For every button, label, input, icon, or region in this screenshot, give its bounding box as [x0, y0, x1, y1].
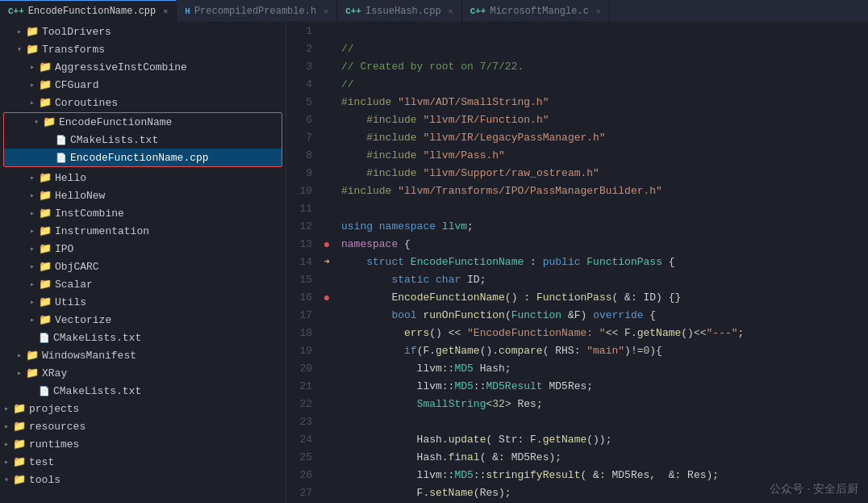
tab-bar: C++ EncodeFunctionName.cpp ✕ H Precompil…: [0, 0, 868, 23]
code-text: // // Created by root on 7/7/22. // #inc…: [335, 23, 868, 503]
tree-item-objcarc[interactable]: 📁 ObjCARC: [0, 258, 286, 275]
folder-icon: 📁: [13, 455, 26, 468]
label-cfguard: CFGuard: [55, 79, 99, 91]
arrow-aggressive: [26, 62, 39, 72]
arrow-transforms: [13, 44, 26, 54]
tree-item-hello[interactable]: 📁 Hello: [0, 169, 286, 187]
label-objcarc: ObjCARC: [55, 261, 99, 273]
folder-icon: 📁: [39, 313, 52, 326]
tree-item-transforms[interactable]: 📁 Transforms: [0, 40, 286, 58]
tree-item-utils[interactable]: 📁 Utils: [0, 293, 286, 311]
tree-item-cmakelists-txt[interactable]: 📄 CMakeLists.txt: [4, 131, 282, 149]
tree-item-tooldrivers[interactable]: 📁 ToolDrivers: [0, 23, 286, 40]
tree-item-cmakelists-transforms[interactable]: 📄 CMakeLists.txt: [0, 329, 286, 346]
arrow-resources: [0, 421, 13, 431]
label-projects: projects: [29, 403, 79, 415]
tree-item-ipo[interactable]: 📁 IPO: [0, 240, 286, 258]
arrow-test: [0, 457, 13, 467]
folder-icon: 📁: [39, 224, 52, 237]
tree-item-scalar[interactable]: 📁 Scalar: [0, 275, 286, 293]
label-utils: Utils: [55, 296, 86, 308]
file-tree-sidebar[interactable]: 📁 ToolDrivers 📁 Transforms 📁 AggressiveI…: [0, 23, 286, 503]
tree-item-resources[interactable]: 📁 resources: [0, 417, 286, 435]
tab-issue-hash-cpp[interactable]: C++ IssueHash.cpp ✕: [337, 0, 461, 22]
tree-item-encodefunctionname-cpp[interactable]: 📄 EncodeFunctionName.cpp: [4, 149, 282, 166]
tab-label-1: EncodeFunctionName.cpp: [28, 6, 156, 17]
tab-close-2[interactable]: ✕: [323, 6, 328, 16]
arrow-instrumentation: [26, 226, 39, 236]
label-instcombine: InstCombine: [55, 207, 124, 220]
cpp-icon-2: C++: [345, 6, 361, 16]
arrow-instcombine: [26, 208, 39, 218]
label-resources: resources: [29, 421, 86, 433]
folder-icon: 📁: [39, 242, 52, 255]
label-xray: XRay: [42, 367, 67, 379]
label-ipo: IPO: [55, 243, 73, 255]
folder-icon: 📁: [39, 171, 52, 184]
label-scalar: Scalar: [55, 279, 93, 291]
arrow-cfguard: [26, 80, 39, 90]
tree-item-windowsmanifest[interactable]: 📁 WindowsManifest: [0, 346, 286, 364]
tree-item-encodefunctionname[interactable]: 📁 EncodeFunctionName: [4, 113, 282, 131]
folder-icon: 📁: [13, 402, 26, 415]
label-instrumentation: Instrumentation: [55, 225, 149, 237]
txt-icon3: 📄: [39, 386, 50, 396]
tree-item-runtimes[interactable]: 📁 runtimes: [0, 435, 286, 453]
label-windowsmanifest: WindowsManifest: [42, 350, 136, 362]
label-coroutines: Coroutines: [55, 97, 118, 109]
txt-icon2: 📄: [39, 333, 50, 343]
encode-function-name-box: 📁 EncodeFunctionName 📄 CMakeLists.txt 📄 …: [3, 112, 282, 167]
gutter: ● ➜ ●: [319, 23, 335, 503]
tree-item-instcombine[interactable]: 📁 InstCombine: [0, 204, 286, 222]
tree-item-cfguard[interactable]: 📁 CFGuard: [0, 76, 286, 94]
tab-label-3: IssueHash.cpp: [365, 6, 441, 17]
folder-icon: 📁: [39, 78, 52, 91]
folder-icon: 📁: [39, 189, 52, 202]
arrow-runtimes: [0, 439, 13, 449]
folder-icon: 📁: [13, 438, 26, 451]
arrow-utils: [26, 297, 39, 307]
label-test: test: [29, 456, 54, 468]
tree-item-vectorize[interactable]: 📁 Vectorize: [0, 311, 286, 329]
arrow-windowsmanifest: [13, 350, 26, 360]
arrow-objcarc: [26, 262, 39, 271]
tab-label-4: MicrosoftMangle.c: [490, 6, 588, 17]
arrow-tooldrivers: [13, 27, 26, 36]
label-runtimes: runtimes: [29, 438, 79, 451]
folder-icon: 📁: [13, 473, 26, 486]
label-encodefunctionname-cpp: EncodeFunctionName.cpp: [70, 152, 209, 164]
tree-item-coroutines[interactable]: 📁 Coroutines: [0, 94, 286, 111]
tab-close-3[interactable]: ✕: [449, 6, 453, 16]
folder-icon: 📁: [39, 207, 52, 220]
label-transforms: Transforms: [42, 44, 105, 56]
label-tooldrivers: ToolDrivers: [42, 26, 111, 38]
arrow-scalar: [26, 279, 39, 289]
arrow-hello: [26, 173, 39, 182]
folder-icon: 📁: [39, 260, 52, 273]
line-numbers: 1 2 3 4 5 6 7 8 9 10 11 12 13 14 15 16 1…: [286, 23, 319, 503]
tree-item-tools[interactable]: 📁 tools: [0, 471, 286, 488]
label-cmakelists-txt: CMakeLists.txt: [70, 134, 158, 146]
tab-microsoft-mangle-cpp[interactable]: C++ MicrosoftMangle.c ✕: [462, 0, 610, 22]
folder-icon: 📁: [39, 61, 52, 73]
tree-item-aggressiveinstcombine[interactable]: 📁 AggressiveInstCombine: [0, 58, 286, 76]
tree-item-hellonew[interactable]: 📁 HelloNew: [0, 187, 286, 204]
label-cmakelists-transforms: CMakeLists.txt: [53, 332, 141, 344]
label-cmakelists-root: CMakeLists.txt: [53, 385, 141, 397]
tree-item-xray[interactable]: 📁 XRay: [0, 364, 286, 382]
tab-close-4[interactable]: ✕: [596, 6, 601, 16]
tree-item-projects[interactable]: 📁 projects: [0, 400, 286, 417]
arrow-encodefunctionname: [30, 117, 43, 127]
folder-icon: 📁: [39, 296, 52, 308]
tab-encode-function-name-cpp[interactable]: C++ EncodeFunctionName.cpp ✕: [0, 0, 177, 22]
code-editor[interactable]: 1 2 3 4 5 6 7 8 9 10 11 12 13 14 15 16 1…: [286, 23, 868, 503]
folder-icon: 📁: [39, 96, 52, 109]
tab-close-1[interactable]: ✕: [163, 6, 168, 16]
tab-precompiled-preamble-h[interactable]: H PrecompiledPreamble.h ✕: [177, 0, 337, 22]
cpp-file-icon: 📄: [56, 153, 67, 163]
tree-item-instrumentation[interactable]: 📁 Instrumentation: [0, 222, 286, 240]
tree-item-test[interactable]: 📁 test: [0, 453, 286, 471]
cpp-icon: C++: [8, 6, 24, 16]
folder-icon: 📁: [26, 367, 39, 379]
tree-item-cmakelists-root[interactable]: 📄 CMakeLists.txt: [0, 382, 286, 400]
